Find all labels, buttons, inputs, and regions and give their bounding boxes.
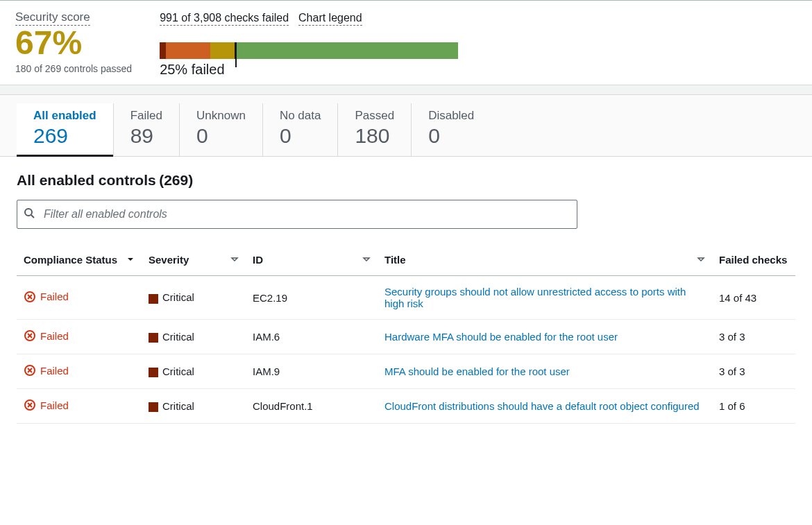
- sort-desc-icon: [126, 254, 135, 266]
- failed-status: Failed: [24, 364, 69, 377]
- checks-failed-text[interactable]: 991 of 3,908 checks failed: [160, 12, 289, 26]
- severity-critical-icon: [149, 294, 158, 304]
- checks-chart: 25% failed: [160, 42, 458, 78]
- severity-critical-icon: [149, 368, 158, 377]
- col-severity[interactable]: Severity: [142, 244, 246, 276]
- filter-input[interactable]: [17, 200, 577, 229]
- cell-id: IAM.9: [246, 354, 378, 389]
- tab-all-enabled[interactable]: All enabled269: [17, 103, 114, 156]
- cell-failed-checks: 14 of 43: [712, 276, 795, 320]
- cell-severity: Critical: [142, 276, 246, 320]
- col-failed-checks-label: Failed checks: [719, 254, 787, 266]
- tab-no-data[interactable]: No data0: [263, 103, 339, 156]
- tab-count: 89: [130, 124, 162, 148]
- control-title-link[interactable]: Security groups should not allow unrestr…: [384, 286, 686, 309]
- checks-chart-block: 991 of 3,908 checks failed Chart legend …: [160, 10, 458, 78]
- table-row: FailedCriticalEC2.19Security groups shou…: [17, 276, 795, 320]
- col-compliance-status[interactable]: Compliance Status: [17, 244, 142, 276]
- failed-status: Failed: [24, 291, 69, 303]
- cell-severity: Critical: [142, 320, 246, 354]
- chart-segment-critical: [160, 42, 166, 59]
- control-title-link[interactable]: Hardware MFA should be enabled for the r…: [384, 331, 618, 343]
- chart-segment-medium: [210, 42, 234, 59]
- search-icon: [24, 207, 35, 221]
- tab-count: 180: [355, 124, 394, 148]
- tab-passed[interactable]: Passed180: [338, 103, 412, 156]
- cell-title: MFA should be enabled for the root user: [378, 354, 712, 389]
- tab-count: 269: [33, 124, 96, 148]
- failed-caption: 25% failed: [160, 62, 458, 78]
- failed-icon: [24, 399, 36, 411]
- security-score-value: 67%: [15, 26, 132, 60]
- cell-failed-checks: 3 of 3: [712, 354, 795, 389]
- section-title-count: (269): [159, 172, 193, 188]
- failed-icon: [24, 329, 36, 342]
- control-title-link[interactable]: MFA should be enabled for the root user: [384, 365, 570, 377]
- severity-critical-icon: [149, 333, 158, 343]
- filter-icon: [362, 254, 371, 266]
- col-title[interactable]: Title: [378, 244, 712, 276]
- col-compliance-status-label: Compliance Status: [24, 254, 117, 266]
- table-row: FailedCriticalIAM.6Hardware MFA should b…: [17, 320, 795, 354]
- chart-segment-high: [166, 42, 211, 59]
- col-id-label: ID: [253, 254, 263, 266]
- severity-critical-icon: [149, 402, 158, 412]
- chart-segment-passedlow: [235, 42, 459, 59]
- svg-point-0: [25, 209, 32, 216]
- section-title: All enabled controls: [17, 172, 156, 188]
- tab-count: 0: [196, 124, 246, 148]
- tabs-bar: All enabled269Failed89Unknown0No data0Pa…: [0, 95, 812, 157]
- table-row: FailedCriticalCloudFront.1CloudFront dis…: [17, 389, 795, 424]
- cell-title: Security groups should not allow unrestr…: [378, 276, 712, 320]
- filter-icon: [230, 254, 239, 266]
- filter-wrap: [17, 200, 577, 229]
- cell-id: CloudFront.1: [246, 389, 378, 424]
- cell-failed-checks: 3 of 3: [712, 320, 795, 354]
- divider: [0, 85, 812, 95]
- tab-failed[interactable]: Failed89: [114, 103, 180, 156]
- control-title-link[interactable]: CloudFront distributions should have a d…: [384, 400, 700, 412]
- tab-label: All enabled: [33, 109, 96, 123]
- controls-table: Compliance Status Severity: [17, 244, 795, 424]
- col-id[interactable]: ID: [246, 244, 378, 276]
- cell-compliance-status: Failed: [17, 320, 142, 354]
- table-row: FailedCriticalIAM.9MFA should be enabled…: [17, 354, 795, 389]
- filter-icon: [697, 254, 705, 266]
- cell-compliance-status: Failed: [17, 354, 142, 389]
- svg-line-1: [31, 215, 34, 218]
- cell-compliance-status: Failed: [17, 276, 142, 320]
- section-heading: All enabled controls (269): [17, 172, 795, 189]
- chart-legend-link[interactable]: Chart legend: [298, 12, 362, 26]
- security-score-block: Security score 67% 180 of 269 controls p…: [15, 10, 132, 74]
- tab-disabled[interactable]: Disabled0: [412, 103, 491, 156]
- failed-status: Failed: [24, 399, 69, 411]
- content-area: All enabled controls (269) Compliance St…: [0, 157, 812, 424]
- col-severity-label: Severity: [149, 254, 189, 266]
- tab-count: 0: [280, 124, 321, 148]
- cell-id: EC2.19: [246, 276, 378, 320]
- security-score-label[interactable]: Security score: [15, 10, 90, 26]
- cell-title: CloudFront distributions should have a d…: [378, 389, 712, 424]
- cell-title: Hardware MFA should be enabled for the r…: [378, 320, 712, 354]
- controls-passed-text: 180 of 269 controls passed: [15, 63, 132, 74]
- tab-label: Disabled: [428, 109, 474, 123]
- cell-severity: Critical: [142, 389, 246, 424]
- failed-status: Failed: [24, 329, 69, 342]
- failed-icon: [24, 364, 36, 377]
- col-failed-checks: Failed checks: [712, 244, 795, 276]
- cell-failed-checks: 1 of 6: [712, 389, 795, 424]
- cell-severity: Critical: [142, 354, 246, 389]
- tab-label: Unknown: [196, 109, 246, 123]
- tab-label: No data: [280, 109, 321, 123]
- tab-count: 0: [428, 124, 474, 148]
- tab-label: Passed: [355, 109, 394, 123]
- cell-id: IAM.6: [246, 320, 378, 354]
- failed-icon: [24, 291, 36, 303]
- summary-panel: Security score 67% 180 of 269 controls p…: [0, 0, 812, 85]
- tab-label: Failed: [130, 109, 162, 123]
- col-title-label: Title: [384, 254, 406, 266]
- cell-compliance-status: Failed: [17, 389, 142, 424]
- tab-unknown[interactable]: Unknown0: [180, 103, 263, 156]
